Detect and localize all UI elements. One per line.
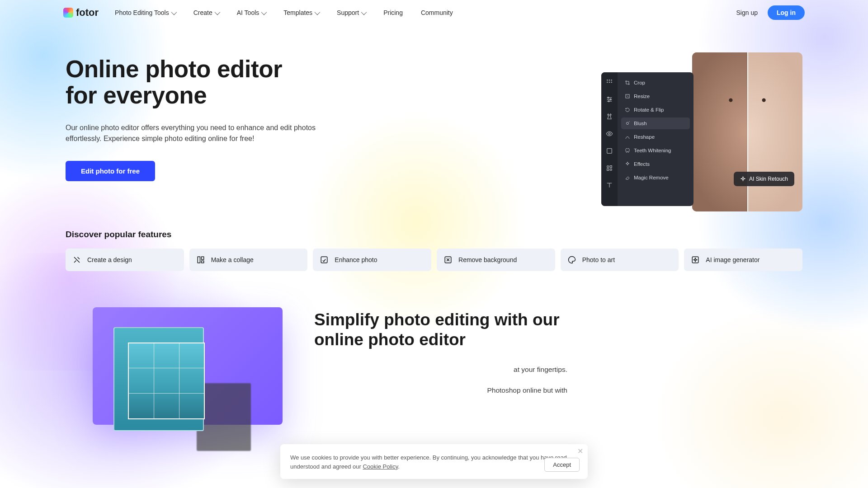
feature-label: Photo to art (582, 256, 615, 263)
brand-logo[interactable]: fotor (63, 7, 99, 19)
feature-label: Create a design (87, 256, 132, 263)
tool-rotate-flip: Rotate & Flip (621, 104, 690, 116)
nav-photo-editing-tools[interactable]: Photo Editing Tools (115, 9, 175, 16)
svg-rect-22 (201, 261, 203, 263)
brand-name: fotor (76, 7, 99, 19)
before-after-photo: AI Skin Retouch (692, 52, 802, 211)
tool-label: Resize (634, 94, 650, 99)
svg-point-10 (610, 99, 611, 100)
nav-templates[interactable]: Templates (283, 9, 319, 16)
site-header: fotor Photo Editing Tools Create AI Tool… (0, 0, 868, 25)
nav-support[interactable]: Support (337, 9, 365, 16)
photo-after (747, 52, 802, 211)
nav-ai-tools[interactable]: AI Tools (237, 9, 266, 16)
svg-point-12 (609, 133, 610, 135)
eraser-icon (625, 175, 630, 180)
dress-icon (606, 113, 613, 120)
ai-skin-retouch-badge: AI Skin Retouch (734, 172, 794, 186)
feature-make-collage[interactable]: Make a collage (189, 249, 308, 271)
svg-rect-13 (607, 149, 612, 154)
art-icon (568, 256, 576, 264)
signup-link[interactable]: Sign up (736, 9, 758, 16)
shapes-icon (606, 164, 613, 172)
svg-point-4 (609, 82, 610, 83)
cookie-text: We use cookies to provide you with bette… (290, 453, 578, 471)
nav-create[interactable]: Create (193, 9, 219, 16)
simplify-editing-section: Simplify photo editing with our online p… (0, 271, 868, 461)
cookie-policy-link[interactable]: Cookie Policy (363, 463, 398, 470)
crop-grid-overlay (128, 343, 205, 419)
cookie-accept-button[interactable]: Accept (544, 458, 580, 472)
nav-community[interactable]: Community (421, 9, 453, 16)
tool-label: Teeth Whitening (634, 148, 671, 153)
svg-rect-15 (610, 166, 612, 168)
blush-icon (625, 121, 630, 126)
feature-label: Make a collage (211, 256, 254, 263)
feature-remove-background[interactable]: Remove background (437, 249, 555, 271)
cookie-close-button[interactable]: ✕ (577, 448, 583, 455)
feature-ai-image-generator[interactable]: AI image generator (684, 249, 802, 271)
ai-generator-icon (691, 256, 699, 264)
primary-nav: Photo Editing Tools Create AI Tools Temp… (115, 9, 453, 16)
remove-bg-icon (444, 256, 452, 264)
svg-rect-23 (321, 257, 328, 263)
enhance-icon (320, 256, 328, 264)
tool-label: Blush (634, 121, 647, 126)
rotate-icon (625, 107, 630, 113)
header-auth: Sign up Log in (736, 5, 805, 20)
hero-subtitle: Our online photo editor offers everythin… (66, 122, 328, 145)
brand-logo-icon (63, 8, 73, 18)
feature-photo-to-art[interactable]: Photo to art (561, 249, 679, 271)
svg-point-2 (611, 80, 612, 81)
svg-point-17 (610, 169, 612, 170)
reshape-icon (625, 134, 630, 140)
tool-label: Rotate & Flip (634, 107, 664, 113)
chevron-down-icon (214, 9, 220, 15)
tool-crop: Crop (621, 77, 690, 89)
frame-icon (606, 147, 613, 155)
login-button[interactable]: Log in (768, 5, 805, 20)
features-heading: Discover popular features (66, 230, 802, 239)
hero-copy: Online photo editor for everyone Our onl… (66, 52, 601, 211)
features-row: Create a design Make a collage Enhance p… (66, 249, 802, 271)
svg-rect-21 (201, 257, 203, 259)
resize-icon (625, 94, 630, 99)
svg-point-0 (607, 80, 608, 81)
hero-section: Online photo editor for everyone Our onl… (0, 25, 868, 211)
eye-icon (606, 130, 613, 137)
feature-label: Remove background (458, 256, 517, 263)
feature-create-design[interactable]: Create a design (66, 249, 184, 271)
cookie-text-prefix: We use cookies to provide you with bette… (290, 454, 568, 470)
sliders-icon (606, 96, 613, 103)
svg-point-14 (607, 166, 609, 168)
nav-pricing[interactable]: Pricing (383, 9, 403, 16)
svg-rect-20 (198, 257, 200, 263)
chevron-down-icon (361, 9, 367, 15)
editor-sidebar (601, 72, 618, 206)
tool-effects: Effects (621, 158, 690, 170)
nav-item-label: Templates (283, 9, 312, 16)
edit-photo-cta-button[interactable]: Edit photo for free (66, 161, 155, 181)
section2-line1: at your fingertips. (314, 364, 567, 375)
svg-point-5 (611, 82, 612, 83)
sparkle-icon (740, 176, 746, 182)
nav-item-label: Community (421, 9, 453, 16)
popular-features-section: Discover popular features Create a desig… (0, 211, 868, 271)
text-icon (606, 182, 613, 189)
nav-item-label: Support (337, 9, 359, 16)
collage-icon (197, 256, 205, 264)
tool-magic-remove: Magic Remove (621, 172, 690, 183)
section2-illustration (66, 307, 274, 461)
tool-reshape: Reshape (621, 131, 690, 143)
chevron-down-icon (315, 9, 321, 15)
feature-label: Enhance photo (335, 256, 377, 263)
tool-label: Reshape (634, 134, 655, 140)
tool-label: Magic Remove (634, 175, 669, 180)
svg-point-9 (608, 97, 609, 99)
feature-enhance-photo[interactable]: Enhance photo (313, 249, 431, 271)
svg-rect-16 (607, 169, 609, 170)
section2-title: Simplify photo editing with our online p… (314, 310, 567, 350)
effects-icon (625, 161, 630, 167)
crop-icon (625, 80, 630, 85)
ai-badge-label: AI Skin Retouch (749, 176, 788, 182)
